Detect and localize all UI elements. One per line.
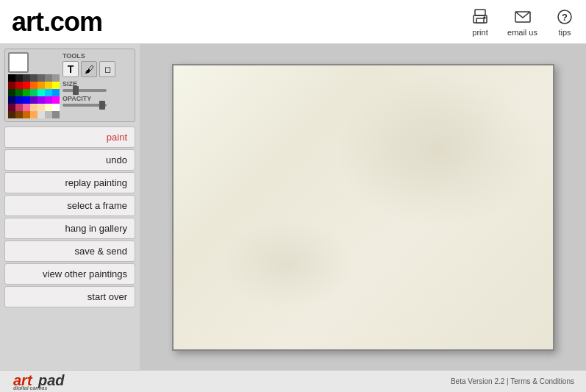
canvas-texture (174, 65, 553, 349)
color-cell[interactable] (30, 111, 37, 118)
brush-tool-button[interactable]: 🖌 (81, 61, 97, 77)
canvas-area (140, 44, 586, 370)
opacity-label: OPACITY (62, 95, 132, 102)
text-tool-icon: T (68, 63, 74, 75)
color-cell[interactable] (15, 82, 23, 89)
menu-btn-undo[interactable]: undo (4, 149, 135, 171)
logo-area: art.com (12, 7, 471, 38)
color-cell[interactable] (37, 74, 45, 82)
menu-btn-start-over[interactable]: start over (4, 286, 135, 307)
color-cell[interactable] (15, 96, 23, 104)
print-action[interactable]: print (471, 7, 490, 37)
main-layout: TOOLS T 🖌 ◻ SIZE (0, 44, 586, 370)
color-cell[interactable] (45, 89, 52, 96)
color-cell[interactable] (52, 111, 60, 118)
color-cell[interactable] (30, 74, 37, 82)
color-cell[interactable] (8, 96, 15, 104)
color-cell[interactable] (23, 89, 30, 96)
menu-btn-paint[interactable]: paint (4, 126, 135, 148)
color-cell[interactable] (37, 104, 45, 111)
color-cell[interactable] (15, 104, 23, 111)
color-cell[interactable] (23, 82, 30, 89)
color-cell[interactable] (37, 96, 45, 104)
email-label: email us (507, 28, 537, 37)
tools-row: TOOLS T 🖌 ◻ SIZE (8, 52, 132, 118)
tips-icon: ? (555, 7, 574, 26)
color-cell[interactable] (30, 104, 37, 111)
menu-btn-hang-in-gallery[interactable]: hang in gallery (4, 218, 135, 239)
eraser-tool-button[interactable]: ◻ (99, 61, 115, 77)
opacity-slider[interactable] (62, 104, 107, 107)
email-action[interactable]: email us (507, 7, 537, 37)
brush-tool-icon: 🖌 (85, 64, 94, 75)
svg-text:digital canvas: digital canvas (13, 385, 47, 390)
size-slider-thumb[interactable] (73, 86, 79, 95)
color-cell[interactable] (45, 111, 52, 118)
artpad-logo: art pad digital canvas (12, 369, 100, 393)
header: art.com print email us (0, 0, 586, 44)
footer-links[interactable]: Beta Version 2.2 | Terms & Conditions (451, 377, 574, 385)
color-cell[interactable] (15, 111, 23, 118)
print-label: print (472, 28, 487, 37)
menu-btn-save-send[interactable]: save & send (4, 240, 135, 262)
footer: art pad digital canvas Beta Version 2.2 … (0, 370, 586, 392)
print-icon (471, 7, 490, 26)
text-tool-button[interactable]: T (62, 61, 79, 77)
size-slider[interactable] (62, 89, 107, 92)
color-cell[interactable] (8, 104, 15, 111)
size-slider-container (62, 89, 132, 92)
tools-label: TOOLS (62, 52, 132, 60)
opacity-slider-container (62, 104, 132, 107)
color-cell[interactable] (15, 89, 23, 96)
color-cell[interactable] (23, 96, 30, 104)
header-actions: print email us ? tips (471, 7, 574, 37)
eraser-tool-icon: ◻ (104, 65, 111, 74)
color-cell[interactable] (45, 96, 52, 104)
selected-color-swatch[interactable] (8, 52, 29, 73)
color-cell[interactable] (8, 82, 15, 89)
color-cell[interactable] (45, 104, 52, 111)
color-grid (8, 74, 60, 118)
color-cell[interactable] (15, 74, 23, 82)
color-cell[interactable] (37, 89, 45, 96)
version-text: Beta Version 2.2 | Terms & Conditions (451, 377, 574, 385)
color-cell[interactable] (37, 82, 45, 89)
svg-rect-0 (475, 10, 485, 15)
svg-text:?: ? (562, 12, 568, 23)
color-palette-area (8, 52, 60, 118)
color-cell[interactable] (37, 111, 45, 118)
painting-canvas[interactable] (172, 64, 554, 351)
color-cell[interactable] (52, 96, 60, 104)
color-cell[interactable] (52, 74, 60, 82)
color-cell[interactable] (8, 89, 15, 96)
tips-action[interactable]: ? tips (555, 7, 574, 37)
color-cell[interactable] (8, 111, 15, 118)
tools-right-panel: TOOLS T 🖌 ◻ SIZE (62, 52, 132, 107)
color-cell[interactable] (30, 96, 37, 104)
color-cell[interactable] (23, 111, 30, 118)
sidebar: TOOLS T 🖌 ◻ SIZE (0, 44, 140, 370)
menu-btn-replay-painting[interactable]: replay painting (4, 172, 135, 193)
tips-label: tips (558, 28, 571, 37)
menu-btn-view-other-paintings[interactable]: view other paintings (4, 263, 135, 285)
color-cell[interactable] (23, 104, 30, 111)
color-cell[interactable] (30, 82, 37, 89)
color-cell[interactable] (30, 89, 37, 96)
tool-buttons: T 🖌 ◻ (62, 61, 132, 77)
menu-btn-select-frame[interactable]: select a frame (4, 195, 135, 216)
color-cell[interactable] (23, 74, 30, 82)
color-cell[interactable] (52, 89, 60, 96)
color-cell[interactable] (52, 82, 60, 89)
svg-rect-2 (476, 18, 484, 23)
tools-panel: TOOLS T 🖌 ◻ SIZE (4, 49, 135, 122)
color-cell[interactable] (52, 104, 60, 111)
color-cell[interactable] (8, 74, 15, 82)
svg-point-3 (484, 17, 485, 18)
artpad-logo-text: art pad digital canvas (12, 369, 100, 393)
opacity-slider-thumb[interactable] (99, 101, 105, 110)
email-icon (513, 7, 532, 26)
site-logo[interactable]: art.com (12, 7, 102, 37)
menu-buttons: paintundoreplay paintingselect a frameha… (4, 126, 135, 307)
color-cell[interactable] (45, 74, 52, 82)
color-cell[interactable] (45, 82, 52, 89)
